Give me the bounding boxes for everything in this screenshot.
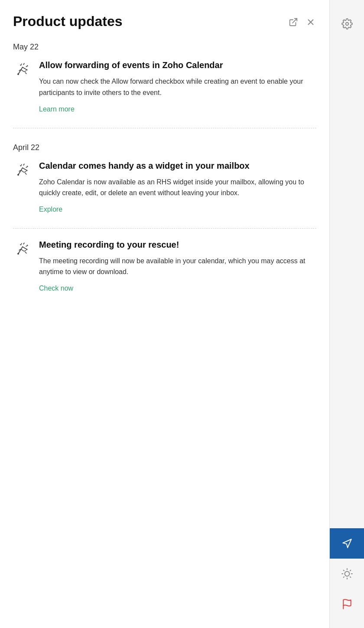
update-body-recording: The meeting recording will now be availa…	[39, 255, 316, 278]
svg-point-11	[20, 65, 21, 65]
divider-1	[13, 128, 316, 128]
page-title: Product updates	[13, 13, 122, 29]
update-body-widget: Zoho Calendar is now available as an RHS…	[39, 177, 316, 199]
svg-point-24	[23, 164, 24, 165]
svg-point-23	[20, 165, 21, 166]
gear-icon	[341, 18, 353, 29]
svg-point-17	[17, 174, 19, 176]
svg-point-38	[26, 252, 26, 253]
brightness-icon	[341, 568, 353, 579]
svg-point-18	[26, 170, 28, 171]
header: Product updates	[13, 13, 316, 29]
svg-line-0	[292, 19, 297, 23]
close-button[interactable]	[305, 16, 316, 28]
svg-line-43	[343, 570, 344, 571]
divider-2	[13, 228, 316, 229]
header-actions	[288, 16, 316, 28]
flag-icon	[341, 599, 353, 610]
update-icon-recording	[13, 240, 32, 259]
update-content-forwarding: Allow forwarding of events in Zoho Calen…	[39, 59, 316, 113]
svg-line-16	[23, 168, 27, 170]
party-icon-3	[15, 242, 30, 257]
main-panel: Product updates May 22	[0, 0, 329, 628]
svg-line-19	[21, 164, 22, 166]
section-date-april22: April 22	[13, 143, 316, 152]
external-link-icon	[289, 17, 298, 27]
update-item-widget: Calendar comes handy as a widget in your…	[13, 160, 316, 213]
svg-line-31	[21, 243, 22, 245]
update-title-recording: Meeting recording to your rescue!	[39, 239, 316, 250]
svg-point-26	[26, 173, 26, 174]
svg-line-28	[23, 247, 27, 249]
learn-more-link[interactable]: Learn more	[39, 105, 75, 113]
check-now-link[interactable]: Check now	[39, 285, 73, 292]
svg-point-14	[26, 73, 26, 74]
flag-button[interactable]	[330, 589, 364, 619]
update-item-forwarding: Allow forwarding of events in Zoho Calen…	[13, 59, 316, 113]
megaphone-button[interactable]	[330, 528, 364, 559]
svg-point-12	[23, 64, 24, 65]
svg-point-36	[23, 243, 24, 244]
update-content-recording: Meeting recording to your rescue! The me…	[39, 239, 316, 292]
svg-line-4	[23, 67, 27, 70]
open-external-button[interactable]	[288, 16, 299, 28]
gear-button[interactable]	[330, 9, 364, 39]
svg-point-6	[26, 69, 28, 71]
explore-link[interactable]: Explore	[39, 206, 62, 213]
update-item-recording: Meeting recording to your rescue! The me…	[13, 239, 316, 292]
svg-point-30	[26, 249, 28, 250]
party-icon-2	[15, 163, 30, 178]
svg-point-35	[20, 244, 21, 245]
svg-point-29	[17, 253, 19, 255]
close-icon	[306, 17, 315, 27]
svg-point-39	[345, 23, 348, 26]
svg-line-7	[21, 64, 22, 65]
update-title-widget: Calendar comes handy as a widget in your…	[39, 160, 316, 171]
update-content-widget: Calendar comes handy as a widget in your…	[39, 160, 316, 213]
section-date-may22: May 22	[13, 43, 316, 52]
svg-point-5	[17, 73, 19, 75]
update-title-forwarding: Allow forwarding of events in Zoho Calen…	[39, 59, 316, 71]
svg-line-47	[343, 577, 344, 578]
svg-point-13	[27, 65, 28, 66]
svg-line-9	[26, 66, 28, 67]
update-icon-forwarding	[13, 60, 32, 79]
megaphone-icon	[341, 538, 353, 549]
svg-line-33	[26, 245, 28, 246]
svg-line-48	[350, 570, 351, 571]
svg-point-37	[27, 245, 28, 245]
update-icon-widget	[13, 161, 32, 180]
brightness-button[interactable]	[330, 559, 364, 589]
svg-line-21	[26, 167, 28, 167]
svg-point-25	[27, 166, 28, 167]
svg-point-40	[344, 572, 349, 576]
update-body-forwarding: You can now check the Allow forward chec…	[39, 76, 316, 98]
svg-line-44	[350, 577, 351, 578]
sidebar	[329, 0, 364, 628]
party-icon-1	[15, 62, 30, 78]
